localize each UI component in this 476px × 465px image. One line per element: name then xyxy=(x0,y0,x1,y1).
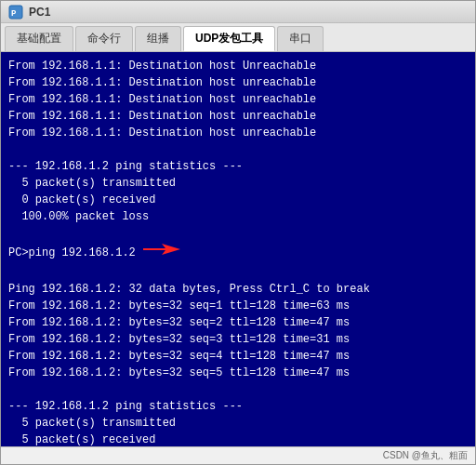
main-window: P PC1 基础配置命令行组播UDP发包工具串口 From 192.168.1.… xyxy=(0,0,476,465)
tab-0[interactable]: 基础配置 xyxy=(5,26,73,51)
terminal-line-18: From 192.168.1.2: bytes=32 seq=5 ttl=128… xyxy=(8,365,468,381)
footer-text: CSDN @鱼丸、粗面 xyxy=(383,450,468,460)
tab-2[interactable]: 组播 xyxy=(135,26,181,51)
terminal-line-10 xyxy=(8,225,468,242)
terminal-line-19 xyxy=(8,381,468,398)
terminal-line-7: 5 packet(s) transmitted xyxy=(8,175,468,192)
terminal-line-15: From 192.168.1.2: bytes=32 seq=2 ttl=128… xyxy=(8,314,468,331)
title-bar: P PC1 xyxy=(1,1,475,23)
terminal-line-5 xyxy=(8,141,468,158)
footer-bar: CSDN @鱼丸、粗面 xyxy=(1,446,475,464)
terminal-line-20: --- 192.168.1.2 ping statistics --- xyxy=(8,398,468,415)
terminal-line-22: 5 packet(s) received xyxy=(8,432,468,446)
terminal-line-8: 0 packet(s) received xyxy=(8,192,468,208)
tab-1[interactable]: 命令行 xyxy=(75,26,133,51)
terminal-line-0: From 192.168.1.1: Destination host Unrea… xyxy=(8,58,468,74)
terminal-line-17: From 192.168.1.2: bytes=32 seq=4 ttl=128… xyxy=(8,348,468,365)
terminal-line-9: 100.00% packet loss xyxy=(8,208,468,225)
terminal[interactable]: From 192.168.1.1: Destination host Unrea… xyxy=(1,52,475,446)
terminal-line-4: From 192.168.1.1: Destination host unrea… xyxy=(8,125,468,141)
window-icon: P xyxy=(8,5,23,20)
tab-bar: 基础配置命令行组播UDP发包工具串口 xyxy=(1,23,475,52)
terminal-line-14: From 192.168.1.2: bytes=32 seq=1 ttl=128… xyxy=(8,298,468,314)
terminal-line-16: From 192.168.1.2: bytes=32 seq=3 ttl=128… xyxy=(8,331,468,348)
terminal-line-6: --- 192.168.1.2 ping statistics --- xyxy=(8,158,468,175)
terminal-line-12 xyxy=(8,264,468,281)
terminal-line-11: PC>ping 192.168.1.2 xyxy=(8,242,468,264)
terminal-line-1: From 192.168.1.1: Destination host unrea… xyxy=(8,74,468,91)
terminal-line-2: From 192.168.1.1: Destination host unrea… xyxy=(8,91,468,108)
tab-3[interactable]: UDP发包工具 xyxy=(183,26,275,51)
svg-text:P: P xyxy=(11,9,17,19)
window-title: PC1 xyxy=(29,6,50,19)
terminal-line-3: From 192.168.1.1: Destination host unrea… xyxy=(8,108,468,125)
svg-marker-2 xyxy=(143,244,180,255)
terminal-line-21: 5 packet(s) transmitted xyxy=(8,415,468,432)
terminal-line-13: Ping 192.168.1.2: 32 data bytes, Press C… xyxy=(8,281,468,298)
red-arrow-icon xyxy=(143,242,180,264)
tab-4[interactable]: 串口 xyxy=(277,26,324,51)
